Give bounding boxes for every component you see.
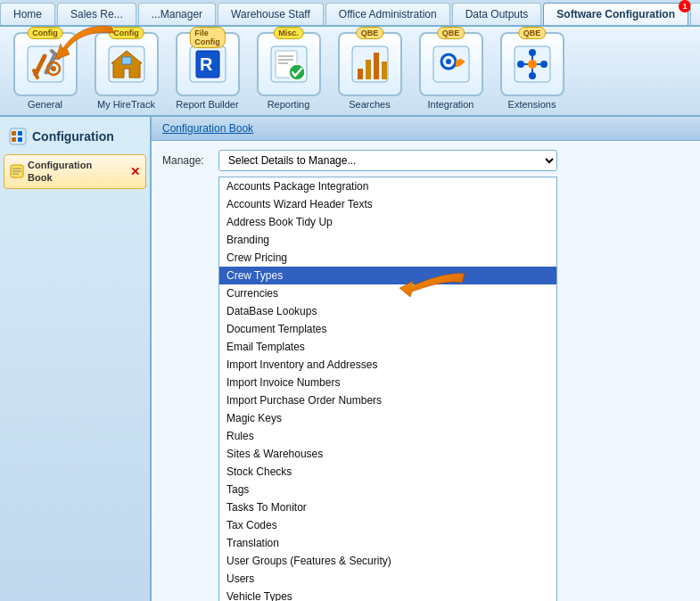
toolbar-icon-searches: QBE (338, 32, 402, 96)
tab-manager[interactable]: ...Manager (138, 3, 216, 25)
tab-data[interactable]: Data Outputs (452, 3, 542, 25)
svg-point-32 (529, 72, 536, 79)
badge-qbe-extensions: QBE (518, 27, 547, 39)
dropdown-item-accounts-wizard[interactable]: Accounts Wizard Header Texts (219, 195, 556, 213)
tab-manager-label: ...Manager (152, 8, 202, 21)
svg-point-6 (51, 66, 56, 71)
svg-point-33 (528, 60, 537, 69)
dropdown-item-rules[interactable]: Rules (219, 427, 556, 445)
sidebar: Configuration ConfigurationBook ✕ (0, 117, 152, 601)
dropdown-item-branding[interactable]: Branding (219, 231, 556, 249)
toolbar-label-general: General (28, 99, 62, 110)
dropdown-list: Accounts Package Integration Accounts Wi… (218, 177, 557, 601)
toolbar-label-extensions: Extensions (508, 99, 556, 110)
content-area: Configuration Book Manage: Select Detail… (152, 117, 700, 601)
dropdown-item-database-lookups[interactable]: DataBase Lookups (219, 302, 556, 320)
toolbar-btn-integration[interactable]: QBE Integration (413, 32, 489, 110)
svg-rect-22 (374, 53, 379, 79)
notification-badge: 1 (679, 0, 691, 12)
badge-fileconfig-reportbuilder: File Config (189, 27, 226, 48)
toolbar-btn-reportbuilder[interactable]: File Config R Report Builder (169, 32, 245, 110)
tab-software-config-label: Software Configuration (556, 8, 675, 21)
dropdown-item-email-templates[interactable]: Email Templates (219, 338, 556, 356)
svg-rect-24 (433, 46, 469, 82)
dropdown-item-stock-checks[interactable]: Stock Checks (219, 463, 556, 481)
sidebar-item-config-book[interactable]: ConfigurationBook ✕ (4, 154, 146, 189)
badge-config-myhiretrack: Config (108, 27, 144, 39)
toolbar-label-searches: Searches (349, 99, 390, 110)
tab-warehouse-label: Warehouse Staff (231, 8, 310, 21)
toolbar-icon-extensions: QBE (500, 32, 564, 96)
dropdown-item-magic-keys[interactable]: Magic Keys (219, 409, 556, 427)
dropdown-item-accounts-package[interactable]: Accounts Package Integration (219, 177, 556, 195)
svg-rect-39 (12, 131, 16, 136)
toolbar-btn-general[interactable]: Config General (7, 32, 83, 110)
svg-rect-42 (18, 137, 22, 142)
svg-rect-41 (18, 131, 22, 136)
toolbar-icon-reportbuilder: File Config R (176, 32, 240, 96)
toolbar-label-integration: Integration (428, 99, 474, 110)
sidebar-item-close[interactable]: ✕ (130, 165, 140, 178)
toolbar-btn-reporting[interactable]: Misc. Reporting (251, 32, 326, 110)
svg-rect-20 (358, 69, 363, 79)
dropdown-item-tags[interactable]: Tags (219, 481, 556, 498)
badge-config-general: Config (27, 27, 63, 39)
tab-office[interactable]: Office Administration (325, 3, 450, 25)
badge-qbe-integration: QBE (437, 27, 465, 39)
manage-select[interactable]: Select Details to Manage... (218, 150, 557, 171)
toolbar-icon-reporting: Misc. (257, 32, 321, 96)
toolbar: Config General Config (0, 27, 700, 117)
dropdown-item-import-inventory[interactable]: Import Inventory and Addresses (219, 356, 556, 374)
dropdown-item-import-invoice[interactable]: Import Invoice Numbers (219, 374, 556, 391)
content-body: Manage: Select Details to Manage... (152, 141, 700, 601)
toolbar-icon-myhiretrack: Config (95, 32, 159, 96)
sidebar-item-label: ConfigurationBook (28, 159, 92, 185)
toolbar-label-reporting: Reporting (268, 99, 310, 110)
tab-sales[interactable]: Sales Re... (57, 3, 136, 25)
svg-rect-23 (382, 62, 387, 79)
svg-rect-38 (10, 128, 26, 144)
dropdown-item-users[interactable]: Users (219, 570, 556, 588)
dropdown-item-translation[interactable]: Translation (219, 534, 556, 552)
toolbar-btn-searches[interactable]: QBE Searches (332, 32, 408, 110)
content-header: Configuration Book (152, 117, 700, 141)
manage-label: Manage: (162, 154, 211, 167)
toolbar-label-reportbuilder: Report Builder (176, 99, 238, 110)
svg-point-30 (529, 49, 536, 56)
badge-qbe-searches: QBE (356, 27, 384, 39)
svg-point-26 (446, 59, 451, 64)
toolbar-icon-integration: QBE (419, 32, 483, 96)
toolbar-btn-extensions[interactable]: QBE Extensions (494, 32, 570, 110)
top-nav: Home Sales Re... ...Manager Warehouse St… (0, 0, 700, 27)
svg-rect-40 (12, 137, 16, 142)
badge-misc-reporting: Misc. (273, 27, 304, 39)
tab-home[interactable]: Home (0, 3, 55, 25)
svg-text:R: R (200, 54, 213, 74)
tab-data-label: Data Outputs (465, 8, 529, 21)
dropdown-item-address-book[interactable]: Address Book Tidy Up (219, 213, 556, 231)
dropdown-item-crew-types[interactable]: Crew Types (219, 267, 556, 284)
tab-help[interactable]: Help & Support (690, 3, 700, 25)
tab-office-label: Office Administration (339, 8, 437, 21)
dropdown-item-currencies[interactable]: Currencies (219, 284, 556, 302)
dropdown-item-vehicle-types[interactable]: Vehicle Types (219, 588, 556, 601)
svg-point-31 (540, 61, 548, 68)
toolbar-btn-myhiretrack[interactable]: Config My HireTrack (88, 32, 164, 110)
dropdown-item-tasks-monitor[interactable]: Tasks To Monitor (219, 498, 556, 516)
main-area: Configuration ConfigurationBook ✕ Config… (0, 117, 700, 601)
dropdown-item-user-groups[interactable]: User Groups (Features & Security) (219, 552, 556, 570)
tab-warehouse[interactable]: Warehouse Staff (218, 3, 324, 25)
breadcrumb-link[interactable]: Configuration Book (162, 122, 253, 135)
dropdown-item-sites-warehouses[interactable]: Sites & Warehouses (219, 445, 556, 463)
manage-row: Manage: Select Details to Manage... (162, 150, 689, 171)
sidebar-title: Configuration (4, 124, 146, 149)
dropdown-item-import-purchase[interactable]: Import Purchase Order Numbers (219, 391, 556, 409)
dropdown-item-tax-codes[interactable]: Tax Codes (219, 516, 556, 534)
dropdown-item-document-templates[interactable]: Document Templates (219, 320, 556, 338)
toolbar-label-myhiretrack: My HireTrack (97, 99, 155, 110)
tab-software-config[interactable]: Software Configuration 1 (543, 3, 688, 25)
svg-point-29 (517, 61, 524, 68)
svg-rect-9 (122, 57, 131, 64)
dropdown-item-crew-pricing[interactable]: Crew Pricing (219, 249, 556, 267)
svg-rect-21 (366, 60, 371, 79)
